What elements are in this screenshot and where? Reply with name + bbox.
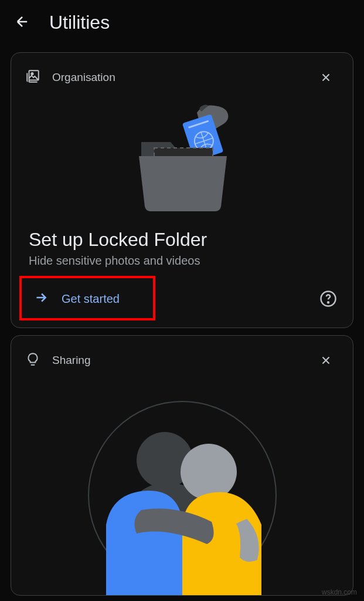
watermark: wskdn.com <box>322 588 357 596</box>
locked-folder-illustration <box>11 95 353 224</box>
photo-stack-icon <box>25 69 40 86</box>
organisation-card: Organisation Set up Lock <box>11 52 353 328</box>
card-label: Sharing <box>52 354 301 367</box>
app-header: Utilities <box>0 0 364 45</box>
get-started-button[interactable]: Get started <box>23 282 130 316</box>
svg-point-1 <box>31 73 33 75</box>
arrow-right-icon <box>33 290 49 308</box>
back-icon[interactable] <box>14 13 30 32</box>
svg-point-7 <box>328 302 329 303</box>
card-header: Sharing <box>11 336 353 378</box>
page-title: Utilities <box>49 12 110 33</box>
card-label: Organisation <box>52 71 301 84</box>
close-button[interactable] <box>313 347 339 373</box>
lightbulb-icon <box>25 352 40 369</box>
card-subtitle: Hide sensitive photos and videos <box>11 254 353 282</box>
card-header: Organisation <box>11 53 353 95</box>
card-title: Set up Locked Folder <box>11 224 353 254</box>
action-label: Get started <box>62 292 120 306</box>
close-button[interactable] <box>313 65 339 90</box>
sharing-card: Sharing <box>11 335 353 596</box>
card-footer: Get started <box>11 282 353 327</box>
svg-point-10 <box>181 444 237 500</box>
help-button[interactable] <box>315 286 341 312</box>
sharing-illustration <box>11 378 353 595</box>
